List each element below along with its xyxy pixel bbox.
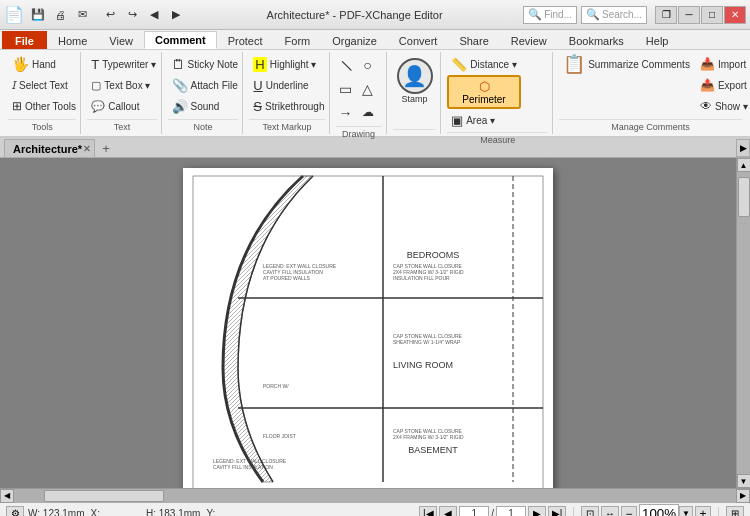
tab-comment[interactable]: Comment <box>144 31 217 49</box>
first-page-btn[interactable]: |◀ <box>419 506 437 517</box>
text-markup-content: H Highlight ▾ U Underline S Strikethroug… <box>249 54 324 117</box>
export-comments-btn[interactable]: 📤 Export <box>696 75 750 95</box>
rect-draw-btn[interactable]: ▭ <box>336 78 356 100</box>
tab-view[interactable]: View <box>98 31 144 49</box>
prev-page-btn[interactable]: ◀ <box>439 506 457 517</box>
tab-form[interactable]: Form <box>274 31 322 49</box>
note-group-label: Note <box>168 119 239 132</box>
typewriter-btn[interactable]: T Typewriter ▾ <box>87 54 160 74</box>
h-scroll-track[interactable] <box>14 489 736 503</box>
redo-btn[interactable]: ↪ <box>122 6 142 24</box>
qa-email-btn[interactable]: ✉ <box>72 6 92 24</box>
text-group-label: Text <box>87 119 156 132</box>
new-tab-btn[interactable]: + <box>97 139 115 157</box>
other-tools-btn[interactable]: ⊞ Other Tools <box>8 96 80 116</box>
view-mode-btn[interactable]: ⊞ <box>726 506 744 517</box>
perimeter-btn[interactable]: ⬡ Perimeter <box>447 75 521 109</box>
qa-print-btn[interactable]: 🖨 <box>50 6 70 24</box>
callout-btn[interactable]: 💬 Callout <box>87 96 160 116</box>
zoom-fit-page-btn[interactable]: ⊡ <box>581 506 599 517</box>
typewriter-icon: T <box>91 57 99 72</box>
area-btn[interactable]: ▣ Area ▾ <box>447 110 521 130</box>
zoom-fit-width-btn[interactable]: ↔ <box>601 506 619 517</box>
sticky-note-btn[interactable]: 🗒 Sticky Note <box>168 54 243 74</box>
scroll-left-btn[interactable]: ◀ <box>0 489 14 503</box>
summarize-comments-btn[interactable]: 📋 Summarize Comments <box>559 54 694 74</box>
zoom-input[interactable] <box>639 504 679 516</box>
distance-btn[interactable]: 📏 Distance ▾ <box>447 54 521 74</box>
attach-file-btn[interactable]: 📎 Attach File <box>168 75 243 95</box>
show-comments-btn[interactable]: 👁 Show ▾ <box>696 96 750 116</box>
highlight-label: Highlight ▾ <box>270 59 317 70</box>
current-page-display[interactable]: 1 <box>459 506 489 516</box>
quick-access-toolbar: 💾 🖨 ✉ <box>28 6 92 24</box>
stamp-icon: 👤 <box>397 58 433 94</box>
scroll-right-btn[interactable]: ▶ <box>736 489 750 503</box>
polygon-draw-btn[interactable]: △ <box>358 78 378 100</box>
ribbon-tab-strip: File Home View Comment Protect Form Orga… <box>0 30 750 50</box>
show-icon: 👁 <box>700 99 712 113</box>
cloud-draw-btn[interactable]: ☁ <box>358 102 378 124</box>
maximize-btn[interactable]: □ <box>701 6 723 24</box>
tools-group-label: Tools <box>8 119 76 132</box>
tab-help[interactable]: Help <box>635 31 680 49</box>
area-icon: ▣ <box>451 113 463 128</box>
find-label: Find... <box>544 9 572 20</box>
h-scroll-thumb[interactable] <box>44 490 164 502</box>
tab-bookmarks[interactable]: Bookmarks <box>558 31 635 49</box>
vertical-scrollbar[interactable]: ▲ ▼ <box>736 158 750 488</box>
hand-label: Hand <box>32 59 56 70</box>
zoom-out-btn[interactable]: − <box>621 506 637 517</box>
doc-tab-architecture[interactable]: Architecture* ✕ <box>4 139 95 157</box>
distance-label: Distance ▾ <box>470 59 517 70</box>
typewriter-label: Typewriter ▾ <box>102 59 156 70</box>
nav-fwd-btn[interactable]: ▶ <box>166 6 186 24</box>
doc-tab-close-btn[interactable]: ✕ <box>83 144 91 154</box>
note-content: 🗒 Sticky Note 📎 Attach File 🔊 Sound <box>168 54 239 117</box>
line-draw-btn[interactable]: | <box>336 54 356 76</box>
close-btn[interactable]: ✕ <box>724 6 746 24</box>
tab-share[interactable]: Share <box>448 31 499 49</box>
tab-file[interactable]: File <box>2 31 47 49</box>
scroll-track[interactable] <box>737 172 751 474</box>
stamp-group: 👤 Stamp <box>389 52 442 134</box>
highlight-btn[interactable]: H Highlight ▾ <box>249 54 328 74</box>
zoom-dropdown-btn[interactable]: ▼ <box>679 506 693 517</box>
tab-home[interactable]: Home <box>47 31 98 49</box>
minimize-btn[interactable]: ─ <box>678 6 700 24</box>
import-comments-btn[interactable]: 📥 Import <box>696 54 750 74</box>
zoom-in-btn[interactable]: + <box>695 506 711 517</box>
svg-text:2X4 FRAMING W/ 3-1/2" RIGID: 2X4 FRAMING W/ 3-1/2" RIGID <box>393 434 464 440</box>
scroll-up-btn[interactable]: ▲ <box>737 158 751 172</box>
distance-icon: 📏 <box>451 57 467 72</box>
arrow-draw-btn[interactable]: → <box>336 102 356 124</box>
select-text-btn[interactable]: 𝘐 Select Text <box>8 75 80 95</box>
scroll-down-btn[interactable]: ▼ <box>737 474 751 488</box>
horizontal-scrollbar: ◀ ▶ <box>0 488 750 502</box>
tab-convert[interactable]: Convert <box>388 31 449 49</box>
qa-save-btn[interactable]: 💾 <box>28 6 48 24</box>
undo-btn[interactable]: ↩ <box>100 6 120 24</box>
hand-btn[interactable]: 🖐 Hand <box>8 54 80 74</box>
tab-scroll-right-btn[interactable]: ▶ <box>736 139 750 157</box>
settings-btn[interactable]: ⚙ <box>6 506 24 517</box>
restore-btn[interactable]: ❐ <box>655 6 677 24</box>
zoom-control: ⊡ ↔ − ▼ + <box>581 504 711 516</box>
pdf-page: BEDROOMS LIVING ROOM BASEMENT LEGEND: EX… <box>183 168 553 488</box>
text-box-btn[interactable]: ▢ Text Box ▾ <box>87 75 160 95</box>
nav-back-btn[interactable]: ◀ <box>144 6 164 24</box>
last-page-btn[interactable]: ▶| <box>548 506 566 517</box>
scroll-thumb[interactable] <box>738 177 750 217</box>
circle-draw-btn[interactable]: ○ <box>358 54 378 76</box>
next-page-btn[interactable]: ▶ <box>528 506 546 517</box>
strikethrough-btn[interactable]: S Strikethrough <box>249 96 328 116</box>
sticky-note-label: Sticky Note <box>188 59 239 70</box>
underline-btn[interactable]: U Underline <box>249 75 328 95</box>
measure-group-label: Measure <box>447 132 548 145</box>
tab-review[interactable]: Review <box>500 31 558 49</box>
measure-content: 📏 Distance ▾ ⬡ Perimeter ▣ Area ▾ <box>447 54 548 130</box>
tab-protect[interactable]: Protect <box>217 31 274 49</box>
stamp-btn[interactable]: 👤 Stamp <box>393 54 437 108</box>
tab-organize[interactable]: Organize <box>321 31 388 49</box>
sound-btn[interactable]: 🔊 Sound <box>168 96 243 116</box>
